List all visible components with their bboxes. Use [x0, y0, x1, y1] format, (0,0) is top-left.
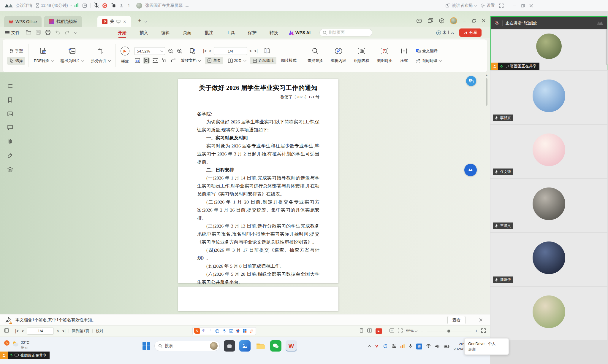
undo-icon[interactable] [55, 30, 60, 35]
ime-skin-icon[interactable] [235, 328, 241, 334]
double-page-button[interactable]: 双页 [226, 57, 248, 64]
menu-item-转换[interactable]: 转换 [270, 30, 278, 36]
minimize-button[interactable] [512, 4, 517, 8]
menu-item-插入[interactable]: 插入 [140, 30, 148, 36]
word-translate-button[interactable]: A 划词翻译 [413, 57, 443, 65]
save-icon[interactable] [36, 30, 41, 36]
tray-stats-icon[interactable] [400, 344, 405, 349]
prev-page-button[interactable]: < [209, 49, 211, 53]
tab-list-icon[interactable] [144, 20, 147, 23]
app-icon-dark[interactable] [224, 340, 235, 352]
insert-page-icon[interactable] [189, 48, 196, 54]
cloud-sync-status[interactable]: 未上云 [436, 30, 455, 35]
proofread-button[interactable]: 校对 [96, 328, 103, 334]
participant-video-tile[interactable]: 任文强 [490, 125, 607, 178]
start-button[interactable] [142, 342, 150, 350]
status-page-indicator[interactable]: 1/4 [27, 328, 54, 335]
wps-restore-button[interactable] [472, 19, 476, 23]
split-window-icon[interactable] [428, 18, 433, 24]
annotate-pen-icon[interactable] [8, 153, 12, 159]
restore-button[interactable] [521, 4, 525, 8]
tray-mic-icon[interactable] [409, 344, 412, 349]
settings-button[interactable]: 设置 [480, 3, 495, 8]
status-fullscreen-icon[interactable] [481, 328, 486, 334]
zoom-slider-minus[interactable]: − [420, 328, 423, 334]
share-button[interactable]: 分享 [459, 28, 482, 37]
status-fit-ratio-icon[interactable]: ▭ [390, 328, 394, 333]
ime-punctuation-icon[interactable]: ’ [208, 328, 213, 334]
continuous-read-button[interactable]: 连续阅读 [250, 57, 276, 64]
tab-wps-home[interactable]: W WPS Office [4, 16, 42, 27]
tab-close-icon[interactable]: ✕ [123, 20, 126, 24]
screenshot-compare-button[interactable]: 截图对比 [375, 47, 395, 65]
photos-app-icon[interactable] [239, 340, 251, 352]
page-indicator-input[interactable]: 1/4 [214, 47, 247, 55]
file-explorer-icon[interactable] [255, 340, 266, 352]
menu-item-编辑[interactable]: 编辑 [161, 30, 170, 36]
fullscreen-icon[interactable] [499, 3, 504, 8]
scrollbar-thumb[interactable] [486, 78, 487, 106]
print-icon[interactable] [45, 30, 50, 36]
3d-box-icon[interactable] [439, 18, 445, 24]
redo-icon[interactable] [65, 30, 69, 35]
ime-pen-icon[interactable] [248, 328, 254, 334]
tray-battery-icon[interactable] [444, 344, 449, 349]
weather-widget[interactable]: 5 22°C多云 [4, 340, 29, 350]
actual-size-button[interactable]: 1:1 [134, 57, 141, 64]
meeting-duration[interactable]: 11:48 (40分钟) [35, 3, 72, 8]
single-page-button[interactable]: 单页 [205, 57, 223, 64]
zoom-slider-plus[interactable]: + [475, 328, 478, 334]
status-book-view-icon[interactable] [367, 328, 372, 333]
ime-mode-toggle[interactable]: 中 [201, 328, 207, 334]
wechat-icon[interactable] [270, 340, 281, 352]
sharing-menu-icon[interactable] [186, 4, 190, 7]
status-last-page-button[interactable]: >| [62, 329, 66, 333]
zoom-in-button[interactable] [176, 48, 183, 54]
edit-content-button[interactable]: 编辑内容 [328, 47, 349, 65]
translate-float-button[interactable]: 文 [466, 76, 476, 86]
select-tool-button[interactable]: 选择 [7, 57, 25, 65]
split-merge-button[interactable]: 拆分合并 [89, 47, 113, 65]
tray-app-red-icon[interactable] [374, 344, 379, 349]
more-actions-icon[interactable] [74, 31, 77, 34]
menu-item-工具[interactable]: 工具 [226, 30, 235, 36]
rotate-doc-button[interactable]: 旋转文档 [179, 57, 202, 64]
wps-close-button[interactable] [482, 19, 486, 23]
open-file-icon[interactable] [26, 30, 31, 36]
last-page-button[interactable]: >| [254, 49, 258, 53]
zoom-slider-knob[interactable] [447, 330, 450, 333]
ime-voice-icon[interactable] [221, 328, 227, 334]
fit-page-button[interactable] [152, 57, 159, 64]
participants-count[interactable]: · 1 [119, 3, 130, 8]
tray-wifi-icon[interactable] [426, 344, 431, 349]
file-menu[interactable]: 文件 [5, 30, 20, 36]
status-fit-screen-icon[interactable] [398, 328, 403, 333]
scroll-up-icon[interactable]: ▲ [485, 74, 488, 77]
view-signature-button[interactable]: 查看 [447, 316, 466, 324]
document-page-1[interactable]: 关于做好 2026 届学生毕业实习工作的通知 教便字〔2025〕171 号 各学… [178, 79, 338, 283]
tray-expand-icon[interactable] [368, 345, 371, 348]
attachment-panel-icon[interactable] [8, 139, 12, 145]
ime-keyboard-icon[interactable] [228, 328, 234, 334]
zoom-out-button[interactable] [167, 48, 174, 54]
status-next-page-button[interactable]: > [57, 329, 59, 333]
sidebar-scrollbar[interactable] [606, 29, 607, 65]
play-button[interactable]: ▶ 播放 [119, 47, 131, 65]
status-prev-page-button[interactable]: < [22, 329, 24, 333]
hand-tool-button[interactable]: 手型 [7, 47, 25, 55]
close-signature-bar-icon[interactable] [479, 318, 483, 322]
next-page-button[interactable]: > [249, 49, 252, 53]
find-replace-button[interactable]: 查找替换 [305, 47, 325, 65]
back-to-first-button[interactable]: 回到第1页 [72, 328, 89, 334]
sogou-logo-icon[interactable]: S [194, 328, 200, 334]
participant-video-tile[interactable]: 潘璐伊 [490, 233, 607, 286]
side-panel-toggle-icon[interactable] [4, 328, 9, 333]
speaker-video-tile[interactable]: 正在讲话: 张圆圆; 张圆圆正在共享 [490, 16, 607, 70]
wps-ai-button[interactable]: WPS AI [289, 30, 311, 35]
document-scrollbar[interactable]: ▲ [485, 74, 488, 313]
wps-minimize-button[interactable] [463, 19, 467, 23]
layout-switch-button[interactable]: 演讲者布局 [446, 3, 476, 8]
mic-muted-icon[interactable] [94, 2, 99, 9]
zoom-slider[interactable] [427, 331, 471, 331]
tray-volume-icon[interactable] [435, 344, 440, 349]
